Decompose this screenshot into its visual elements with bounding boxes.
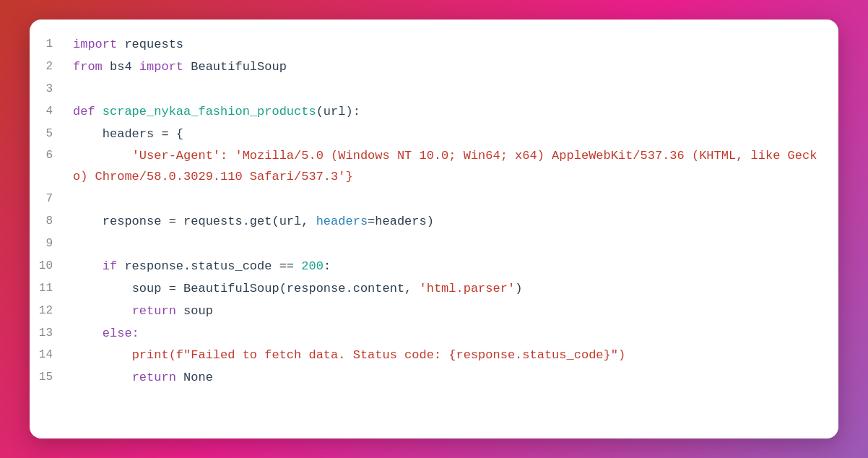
line-number: 4 bbox=[30, 101, 66, 124]
line-content bbox=[66, 79, 838, 101]
table-row: 5 headers = { bbox=[30, 124, 838, 146]
code-token: : bbox=[324, 259, 331, 273]
line-number: 1 bbox=[30, 34, 66, 56]
code-token: import bbox=[139, 60, 183, 74]
code-token: return bbox=[132, 371, 176, 384]
code-token: from bbox=[73, 60, 103, 74]
code-token bbox=[95, 105, 103, 118]
line-content: return soup bbox=[66, 301, 838, 323]
table-row: 3 bbox=[30, 79, 838, 101]
line-content: headers = { bbox=[66, 124, 838, 146]
line-number: 9 bbox=[30, 233, 66, 256]
code-token: 'html.parser' bbox=[420, 282, 516, 295]
line-number: 3 bbox=[30, 79, 66, 101]
line-content: else: bbox=[66, 323, 838, 345]
table-row: 7 bbox=[30, 189, 838, 211]
code-token: (url): bbox=[316, 105, 360, 118]
table-row: 2from bs4 import BeautifulSoup bbox=[30, 56, 838, 79]
table-row: 11 soup = BeautifulSoup(response.content… bbox=[30, 278, 838, 301]
code-token: import bbox=[73, 38, 117, 51]
line-content: 'User-Agent': 'Mozilla/5.0 (Windows NT 1… bbox=[66, 145, 838, 189]
table-row: 9 bbox=[30, 233, 838, 256]
code-token: 200 bbox=[301, 259, 324, 273]
line-content: from bs4 import BeautifulSoup bbox=[66, 56, 838, 79]
line-number: 7 bbox=[30, 189, 66, 211]
code-token: scrape_nykaa_fashion_products bbox=[103, 105, 316, 118]
line-content: return None bbox=[66, 367, 838, 389]
table-row: 15 return None bbox=[30, 367, 838, 389]
code-window: 1import requests2from bs4 import Beautif… bbox=[30, 20, 838, 438]
code-token: headers bbox=[316, 215, 368, 228]
code-token: return bbox=[132, 304, 176, 318]
line-number: 2 bbox=[30, 56, 66, 79]
code-token: ) bbox=[515, 282, 522, 295]
line-content: def scrape_nykaa_fashion_products(url): bbox=[66, 101, 838, 124]
table-row: 4def scrape_nykaa_fashion_products(url): bbox=[30, 101, 838, 124]
code-token: response.status_code == bbox=[117, 259, 301, 273]
code-token bbox=[73, 304, 132, 318]
table-row: 14 print(f"Failed to fetch data. Status … bbox=[30, 345, 838, 367]
code-token: requests bbox=[117, 38, 183, 51]
line-number: 5 bbox=[30, 124, 66, 146]
line-content: import requests bbox=[66, 34, 838, 56]
code-token: headers = { bbox=[73, 127, 183, 141]
code-token: bs4 bbox=[103, 60, 139, 74]
line-content: response = requests.get(url, headers=hea… bbox=[66, 211, 838, 233]
code-token bbox=[73, 348, 132, 362]
line-number: 13 bbox=[30, 323, 66, 345]
line-number: 12 bbox=[30, 301, 66, 323]
code-token: soup = BeautifulSoup(response.content, bbox=[73, 282, 420, 295]
code-token: =headers) bbox=[368, 215, 434, 228]
table-row: 1import requests bbox=[30, 34, 838, 56]
line-content bbox=[66, 189, 838, 211]
code-token: def bbox=[73, 105, 95, 118]
code-token: else: bbox=[103, 327, 139, 340]
code-token bbox=[73, 327, 103, 340]
table-row: 13 else: bbox=[30, 323, 838, 345]
code-token: print(f"Failed to fetch data. Status cod… bbox=[132, 348, 626, 362]
code-token bbox=[73, 371, 132, 384]
code-token: soup bbox=[176, 304, 213, 318]
table-row: 8 response = requests.get(url, headers=h… bbox=[30, 211, 838, 233]
table-row: 12 return soup bbox=[30, 301, 838, 323]
code-token bbox=[73, 259, 103, 273]
table-row: 10 if response.status_code == 200: bbox=[30, 256, 838, 278]
code-token: BeautifulSoup bbox=[183, 60, 287, 74]
code-token: 'User-Agent': 'Mozilla/5.0 (Windows NT 1… bbox=[73, 149, 817, 183]
code-token: None bbox=[176, 371, 213, 384]
code-token: response = requests.get(url, bbox=[73, 215, 316, 228]
line-number: 8 bbox=[30, 211, 66, 233]
line-content bbox=[66, 233, 838, 256]
line-number: 10 bbox=[30, 256, 66, 278]
line-content: soup = BeautifulSoup(response.content, '… bbox=[66, 278, 838, 301]
line-number: 6 bbox=[30, 145, 66, 189]
line-number: 14 bbox=[30, 345, 66, 367]
table-row: 6 'User-Agent': 'Mozilla/5.0 (Windows NT… bbox=[30, 145, 838, 189]
line-content: if response.status_code == 200: bbox=[66, 256, 838, 278]
line-number: 15 bbox=[30, 367, 66, 389]
line-number: 11 bbox=[30, 278, 66, 301]
code-token: if bbox=[103, 259, 117, 273]
line-content: print(f"Failed to fetch data. Status cod… bbox=[66, 345, 838, 367]
code-table: 1import requests2from bs4 import Beautif… bbox=[30, 34, 838, 389]
